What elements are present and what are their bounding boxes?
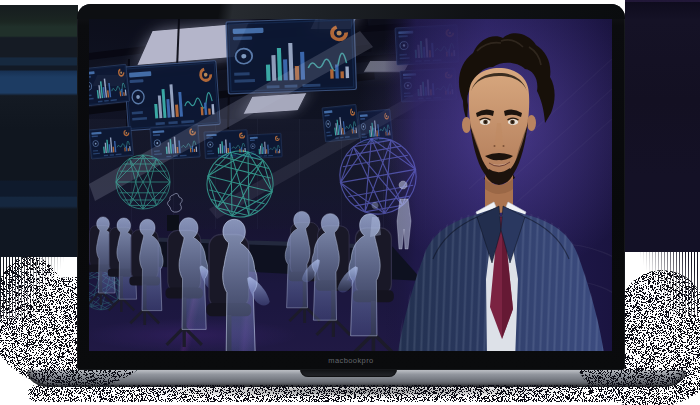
screen-scene <box>89 19 612 351</box>
background-shadow-left-dither <box>0 257 78 319</box>
base-shadow <box>33 385 681 399</box>
laptop-base <box>27 369 686 387</box>
base-notch <box>300 369 397 377</box>
brand-label: macbookpro <box>77 356 625 365</box>
laptop-lid: macbookpro <box>77 4 625 370</box>
laptop-mockup: macbookpro <box>0 0 700 405</box>
background-shadow-right <box>625 0 700 252</box>
background-shadow-left <box>0 5 78 257</box>
background-shadow-right-dither <box>625 252 700 316</box>
bezel-sheen <box>77 4 625 19</box>
laptop-screen <box>89 19 612 351</box>
